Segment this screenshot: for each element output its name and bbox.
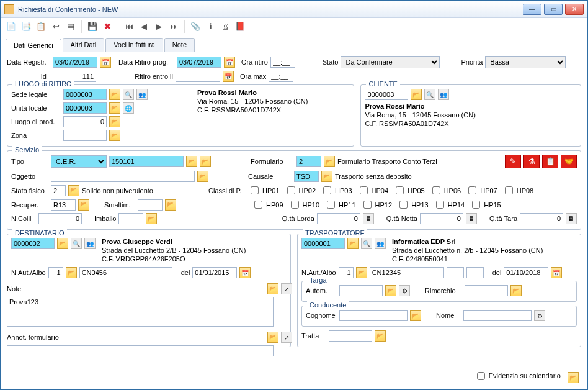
calc-icon[interactable]: 🖩 bbox=[466, 213, 477, 224]
cognome-input[interactable] bbox=[339, 310, 408, 321]
action-red-2[interactable]: ⚗ bbox=[523, 155, 540, 168]
data-registr-input[interactable] bbox=[53, 57, 97, 68]
open-icon[interactable]: 📂 bbox=[324, 156, 335, 167]
undo-icon[interactable]: ↩ bbox=[50, 21, 61, 32]
new-icon[interactable]: 📄 bbox=[6, 21, 17, 32]
open-icon[interactable]: 📂 bbox=[197, 171, 208, 182]
list-icon[interactable]: ▤ bbox=[65, 21, 76, 32]
open-icon[interactable]: 📂 bbox=[267, 332, 278, 343]
evidenzia-checkbox[interactable]: Evidenzia su calendario bbox=[474, 370, 561, 382]
nome-input[interactable] bbox=[463, 310, 532, 321]
hp-check-input[interactable] bbox=[287, 186, 295, 194]
minimize-button[interactable]: — bbox=[523, 4, 541, 15]
hp-checkbox-hp11[interactable]: HP11 bbox=[324, 199, 356, 211]
oggetto-input[interactable] bbox=[51, 171, 195, 182]
open-icon[interactable]: 📂 bbox=[356, 267, 367, 278]
prev-icon[interactable]: ◀ bbox=[138, 21, 149, 32]
hp-checkbox-hp03[interactable]: HP03 bbox=[321, 184, 352, 196]
sede-legale-input[interactable] bbox=[63, 89, 107, 100]
hp-check-input[interactable] bbox=[399, 201, 408, 209]
unita-locale-input[interactable] bbox=[63, 102, 107, 114]
expand-icon[interactable]: ↗ bbox=[281, 332, 292, 343]
trasp-naut-code-input[interactable] bbox=[370, 267, 444, 278]
autom-input[interactable] bbox=[339, 285, 383, 296]
hp-check-input[interactable] bbox=[436, 201, 444, 209]
trasp-code-input[interactable] bbox=[301, 238, 345, 249]
evidenzia-check-input[interactable] bbox=[477, 372, 485, 380]
delete-icon[interactable]: ✖ bbox=[102, 21, 113, 32]
next-icon[interactable]: ▶ bbox=[153, 21, 164, 32]
open-icon[interactable]: 📂 bbox=[186, 156, 197, 167]
dest-naut-code-input[interactable] bbox=[79, 267, 172, 278]
hp-check-input[interactable] bbox=[327, 201, 335, 209]
open-icon[interactable]: 📂 bbox=[146, 213, 157, 224]
hp-checkbox-hp08[interactable]: HP08 bbox=[502, 184, 534, 196]
rimorchio-input[interactable] bbox=[465, 285, 508, 296]
open-icon[interactable]: 📂 bbox=[267, 283, 278, 294]
luogo-prod-input[interactable] bbox=[63, 116, 107, 127]
expand-icon[interactable]: ↗ bbox=[281, 283, 292, 294]
globe-icon[interactable]: 🌐 bbox=[123, 102, 134, 114]
tab-note[interactable]: Note bbox=[164, 38, 195, 52]
causale-input[interactable] bbox=[294, 171, 319, 182]
open-icon[interactable]: 📂 bbox=[109, 89, 120, 100]
action-red-1[interactable]: ✎ bbox=[505, 155, 521, 168]
hp-checkbox-hp06[interactable]: HP06 bbox=[430, 184, 461, 196]
calendar-icon[interactable]: 📅 bbox=[239, 267, 251, 278]
hp-checkbox-hp09[interactable]: HP09 bbox=[252, 199, 283, 211]
gear-icon[interactable]: ⚙ bbox=[399, 285, 410, 296]
tab-altri-dati[interactable]: Altri Dati bbox=[63, 38, 105, 52]
qnetta-input[interactable] bbox=[420, 213, 463, 224]
calc-icon[interactable]: 🖩 bbox=[566, 213, 577, 224]
qlorda-input[interactable] bbox=[317, 213, 360, 224]
info-icon[interactable]: ℹ bbox=[205, 21, 216, 32]
users-icon[interactable]: 👥 bbox=[375, 238, 386, 249]
open-icon[interactable]: 📂 bbox=[568, 372, 579, 383]
hp-checkbox-hp01[interactable]: HP01 bbox=[248, 184, 280, 196]
paste-icon[interactable]: 📋 bbox=[35, 21, 47, 32]
hp-checkbox-hp05[interactable]: HP05 bbox=[393, 184, 425, 196]
dest-del-input[interactable] bbox=[192, 267, 237, 278]
users-icon[interactable]: 👥 bbox=[438, 89, 449, 100]
open-icon[interactable]: 📂 bbox=[510, 285, 522, 296]
print-icon[interactable]: 🖨 bbox=[220, 21, 231, 32]
smaltim-input[interactable] bbox=[138, 199, 163, 211]
stato-select[interactable]: Da Confermare bbox=[341, 56, 440, 68]
hp-checkbox-hp02[interactable]: HP02 bbox=[285, 184, 316, 196]
gear-icon[interactable]: ⚙ bbox=[534, 310, 545, 321]
cer-input[interactable] bbox=[109, 156, 184, 167]
formulario-input[interactable] bbox=[296, 156, 321, 167]
hp-check-input[interactable] bbox=[291, 201, 299, 209]
hp-check-input[interactable] bbox=[472, 201, 480, 209]
open-icon[interactable]: 📂 bbox=[411, 89, 422, 100]
stato-fisico-input[interactable] bbox=[51, 185, 66, 196]
open-icon[interactable]: 📂 bbox=[78, 199, 89, 211]
first-icon[interactable]: ⏮ bbox=[123, 21, 135, 32]
hp-check-input[interactable] bbox=[323, 186, 331, 194]
hp-check-input[interactable] bbox=[505, 186, 513, 194]
open-icon[interactable]: 📂 bbox=[375, 330, 386, 342]
calendar-icon[interactable]: 📅 bbox=[551, 267, 562, 278]
copy-icon[interactable]: 📑 bbox=[20, 21, 32, 32]
qtara-input[interactable] bbox=[520, 213, 563, 224]
hp-checkbox-hp14[interactable]: HP14 bbox=[434, 199, 465, 211]
open-icon[interactable]: 📂 bbox=[109, 116, 120, 127]
tab-dati-generici[interactable]: Dati Generici bbox=[6, 39, 61, 52]
ora-max-input[interactable] bbox=[269, 71, 293, 82]
open-icon[interactable]: 📂 bbox=[347, 238, 359, 249]
dest-naut-n-input[interactable] bbox=[48, 267, 63, 278]
hp-check-input[interactable] bbox=[396, 186, 404, 194]
recuper-input[interactable] bbox=[51, 199, 76, 211]
hp-check-input[interactable] bbox=[360, 186, 368, 194]
dest-code-input[interactable] bbox=[11, 238, 55, 249]
search-icon[interactable]: 🔍 bbox=[424, 89, 435, 100]
calc-icon[interactable]: 🖩 bbox=[363, 213, 374, 224]
open-icon[interactable]: 📂 bbox=[385, 285, 396, 296]
open-icon[interactable]: 📂 bbox=[165, 199, 176, 211]
ritiro-entro-input[interactable] bbox=[176, 71, 220, 82]
search-icon[interactable]: 🔍 bbox=[361, 238, 372, 249]
imballo-input[interactable] bbox=[118, 213, 143, 224]
priorita-select[interactable]: Bassa bbox=[485, 56, 566, 68]
open-icon[interactable]: 📂 bbox=[200, 156, 211, 167]
hp-check-input[interactable] bbox=[254, 201, 262, 209]
